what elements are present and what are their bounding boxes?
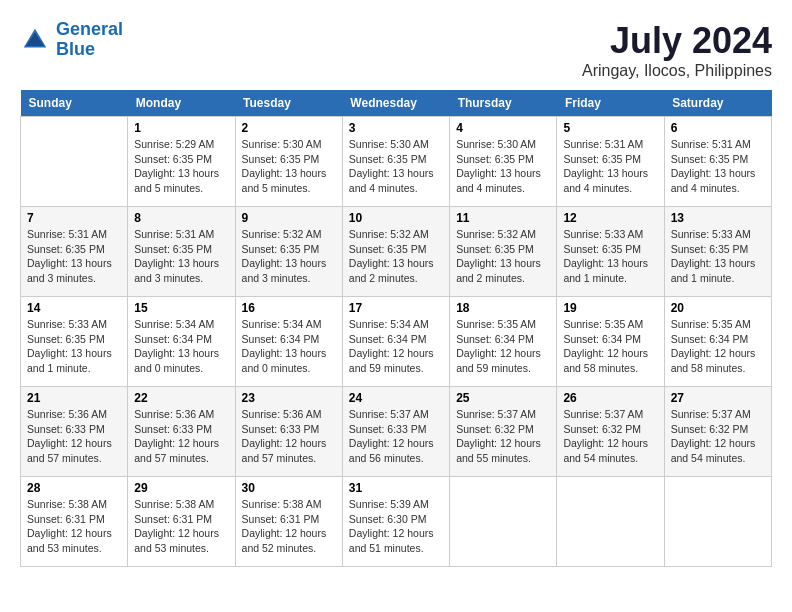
week-row-4: 21Sunrise: 5:36 AM Sunset: 6:33 PM Dayli… <box>21 387 772 477</box>
calendar-cell: 30Sunrise: 5:38 AM Sunset: 6:31 PM Dayli… <box>235 477 342 567</box>
day-info: Sunrise: 5:35 AM Sunset: 6:34 PM Dayligh… <box>563 317 657 376</box>
day-number: 9 <box>242 211 336 225</box>
day-number: 11 <box>456 211 550 225</box>
calendar-cell: 28Sunrise: 5:38 AM Sunset: 6:31 PM Dayli… <box>21 477 128 567</box>
day-info: Sunrise: 5:35 AM Sunset: 6:34 PM Dayligh… <box>456 317 550 376</box>
location: Aringay, Ilocos, Philippines <box>582 62 772 80</box>
day-info: Sunrise: 5:34 AM Sunset: 6:34 PM Dayligh… <box>349 317 443 376</box>
weekday-header-friday: Friday <box>557 90 664 117</box>
week-row-2: 7Sunrise: 5:31 AM Sunset: 6:35 PM Daylig… <box>21 207 772 297</box>
calendar-cell: 31Sunrise: 5:39 AM Sunset: 6:30 PM Dayli… <box>342 477 449 567</box>
weekday-header-monday: Monday <box>128 90 235 117</box>
day-info: Sunrise: 5:31 AM Sunset: 6:35 PM Dayligh… <box>671 137 765 196</box>
day-info: Sunrise: 5:29 AM Sunset: 6:35 PM Dayligh… <box>134 137 228 196</box>
day-number: 22 <box>134 391 228 405</box>
calendar-cell <box>664 477 771 567</box>
calendar-cell: 27Sunrise: 5:37 AM Sunset: 6:32 PM Dayli… <box>664 387 771 477</box>
day-number: 16 <box>242 301 336 315</box>
calendar-cell: 4Sunrise: 5:30 AM Sunset: 6:35 PM Daylig… <box>450 117 557 207</box>
calendar-table: SundayMondayTuesdayWednesdayThursdayFrid… <box>20 90 772 567</box>
day-number: 7 <box>27 211 121 225</box>
calendar-cell: 2Sunrise: 5:30 AM Sunset: 6:35 PM Daylig… <box>235 117 342 207</box>
calendar-cell: 3Sunrise: 5:30 AM Sunset: 6:35 PM Daylig… <box>342 117 449 207</box>
page-header: General Blue July 2024 Aringay, Ilocos, … <box>20 20 772 80</box>
title-section: July 2024 Aringay, Ilocos, Philippines <box>582 20 772 80</box>
week-row-3: 14Sunrise: 5:33 AM Sunset: 6:35 PM Dayli… <box>21 297 772 387</box>
calendar-cell: 11Sunrise: 5:32 AM Sunset: 6:35 PM Dayli… <box>450 207 557 297</box>
day-number: 17 <box>349 301 443 315</box>
day-number: 10 <box>349 211 443 225</box>
calendar-cell <box>21 117 128 207</box>
calendar-cell: 26Sunrise: 5:37 AM Sunset: 6:32 PM Dayli… <box>557 387 664 477</box>
day-number: 1 <box>134 121 228 135</box>
calendar-cell: 10Sunrise: 5:32 AM Sunset: 6:35 PM Dayli… <box>342 207 449 297</box>
calendar-cell: 17Sunrise: 5:34 AM Sunset: 6:34 PM Dayli… <box>342 297 449 387</box>
day-number: 14 <box>27 301 121 315</box>
day-info: Sunrise: 5:38 AM Sunset: 6:31 PM Dayligh… <box>242 497 336 556</box>
day-number: 23 <box>242 391 336 405</box>
calendar-cell: 23Sunrise: 5:36 AM Sunset: 6:33 PM Dayli… <box>235 387 342 477</box>
calendar-cell: 20Sunrise: 5:35 AM Sunset: 6:34 PM Dayli… <box>664 297 771 387</box>
calendar-cell: 24Sunrise: 5:37 AM Sunset: 6:33 PM Dayli… <box>342 387 449 477</box>
day-info: Sunrise: 5:38 AM Sunset: 6:31 PM Dayligh… <box>134 497 228 556</box>
calendar-cell: 18Sunrise: 5:35 AM Sunset: 6:34 PM Dayli… <box>450 297 557 387</box>
day-number: 15 <box>134 301 228 315</box>
day-number: 27 <box>671 391 765 405</box>
calendar-cell: 5Sunrise: 5:31 AM Sunset: 6:35 PM Daylig… <box>557 117 664 207</box>
day-info: Sunrise: 5:39 AM Sunset: 6:30 PM Dayligh… <box>349 497 443 556</box>
weekday-header-tuesday: Tuesday <box>235 90 342 117</box>
week-row-5: 28Sunrise: 5:38 AM Sunset: 6:31 PM Dayli… <box>21 477 772 567</box>
day-info: Sunrise: 5:30 AM Sunset: 6:35 PM Dayligh… <box>349 137 443 196</box>
calendar-cell: 13Sunrise: 5:33 AM Sunset: 6:35 PM Dayli… <box>664 207 771 297</box>
day-info: Sunrise: 5:30 AM Sunset: 6:35 PM Dayligh… <box>456 137 550 196</box>
day-number: 2 <box>242 121 336 135</box>
logo: General Blue <box>20 20 123 60</box>
day-info: Sunrise: 5:32 AM Sunset: 6:35 PM Dayligh… <box>349 227 443 286</box>
day-number: 24 <box>349 391 443 405</box>
calendar-cell: 8Sunrise: 5:31 AM Sunset: 6:35 PM Daylig… <box>128 207 235 297</box>
day-info: Sunrise: 5:34 AM Sunset: 6:34 PM Dayligh… <box>242 317 336 376</box>
calendar-cell: 14Sunrise: 5:33 AM Sunset: 6:35 PM Dayli… <box>21 297 128 387</box>
weekday-header-sunday: Sunday <box>21 90 128 117</box>
day-number: 31 <box>349 481 443 495</box>
day-number: 12 <box>563 211 657 225</box>
day-number: 28 <box>27 481 121 495</box>
week-row-1: 1Sunrise: 5:29 AM Sunset: 6:35 PM Daylig… <box>21 117 772 207</box>
day-info: Sunrise: 5:36 AM Sunset: 6:33 PM Dayligh… <box>134 407 228 466</box>
calendar-cell: 7Sunrise: 5:31 AM Sunset: 6:35 PM Daylig… <box>21 207 128 297</box>
day-number: 26 <box>563 391 657 405</box>
day-number: 13 <box>671 211 765 225</box>
day-number: 18 <box>456 301 550 315</box>
day-info: Sunrise: 5:38 AM Sunset: 6:31 PM Dayligh… <box>27 497 121 556</box>
day-number: 20 <box>671 301 765 315</box>
weekday-header-saturday: Saturday <box>664 90 771 117</box>
day-info: Sunrise: 5:31 AM Sunset: 6:35 PM Dayligh… <box>134 227 228 286</box>
weekday-header-wednesday: Wednesday <box>342 90 449 117</box>
day-number: 4 <box>456 121 550 135</box>
weekday-header-row: SundayMondayTuesdayWednesdayThursdayFrid… <box>21 90 772 117</box>
day-number: 5 <box>563 121 657 135</box>
day-info: Sunrise: 5:32 AM Sunset: 6:35 PM Dayligh… <box>456 227 550 286</box>
day-info: Sunrise: 5:33 AM Sunset: 6:35 PM Dayligh… <box>27 317 121 376</box>
month-year: July 2024 <box>582 20 772 62</box>
day-info: Sunrise: 5:31 AM Sunset: 6:35 PM Dayligh… <box>27 227 121 286</box>
weekday-header-thursday: Thursday <box>450 90 557 117</box>
day-number: 3 <box>349 121 443 135</box>
calendar-cell: 6Sunrise: 5:31 AM Sunset: 6:35 PM Daylig… <box>664 117 771 207</box>
calendar-cell: 9Sunrise: 5:32 AM Sunset: 6:35 PM Daylig… <box>235 207 342 297</box>
calendar-cell: 22Sunrise: 5:36 AM Sunset: 6:33 PM Dayli… <box>128 387 235 477</box>
day-info: Sunrise: 5:37 AM Sunset: 6:32 PM Dayligh… <box>671 407 765 466</box>
calendar-cell: 16Sunrise: 5:34 AM Sunset: 6:34 PM Dayli… <box>235 297 342 387</box>
day-info: Sunrise: 5:36 AM Sunset: 6:33 PM Dayligh… <box>27 407 121 466</box>
calendar-cell: 12Sunrise: 5:33 AM Sunset: 6:35 PM Dayli… <box>557 207 664 297</box>
day-number: 30 <box>242 481 336 495</box>
calendar-cell: 25Sunrise: 5:37 AM Sunset: 6:32 PM Dayli… <box>450 387 557 477</box>
day-number: 25 <box>456 391 550 405</box>
day-info: Sunrise: 5:37 AM Sunset: 6:32 PM Dayligh… <box>563 407 657 466</box>
day-info: Sunrise: 5:33 AM Sunset: 6:35 PM Dayligh… <box>671 227 765 286</box>
day-info: Sunrise: 5:34 AM Sunset: 6:34 PM Dayligh… <box>134 317 228 376</box>
day-info: Sunrise: 5:35 AM Sunset: 6:34 PM Dayligh… <box>671 317 765 376</box>
day-info: Sunrise: 5:37 AM Sunset: 6:33 PM Dayligh… <box>349 407 443 466</box>
day-info: Sunrise: 5:31 AM Sunset: 6:35 PM Dayligh… <box>563 137 657 196</box>
calendar-cell <box>557 477 664 567</box>
